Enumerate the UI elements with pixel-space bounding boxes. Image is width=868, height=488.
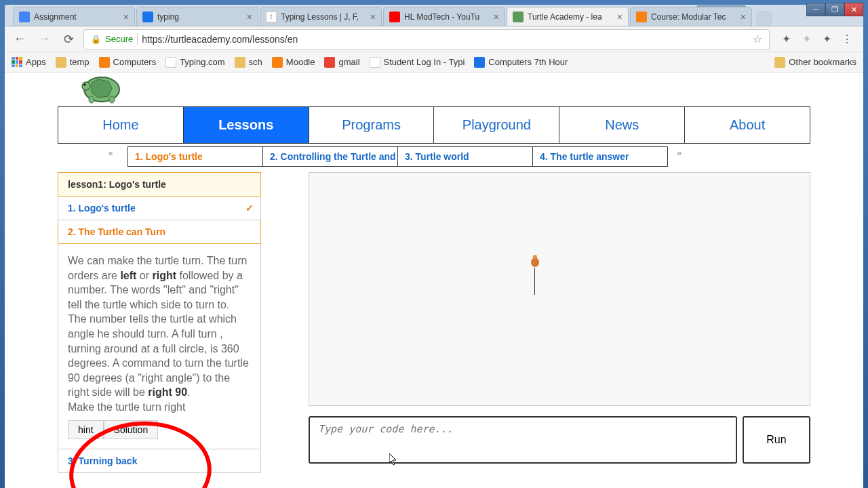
secure-label: Secure xyxy=(105,34,133,44)
browser-tab[interactable]: tTyping Lessons | J, F,× xyxy=(260,7,382,26)
tab-title: HL ModTech - YouTu xyxy=(404,12,491,22)
nav-about[interactable]: About xyxy=(685,107,810,143)
nav-playground[interactable]: Playground xyxy=(434,107,559,143)
bookmarks-bar: Apps temp Computers Typing.com sch Moodl… xyxy=(5,52,863,73)
tab-title: Assignment xyxy=(34,12,121,22)
extension-icon[interactable]: ✦ xyxy=(820,33,833,46)
main-nav: Home Lessons Programs Playground News Ab… xyxy=(58,106,810,144)
tab-close-icon[interactable]: × xyxy=(494,12,499,22)
bookmark-item[interactable]: Moodle xyxy=(272,57,315,68)
step-item[interactable]: 3. Turning back xyxy=(58,449,261,473)
turtle-canvas[interactable] xyxy=(309,172,810,406)
window-minimize-button[interactable]: ─ xyxy=(806,3,825,16)
favicon-icon: t xyxy=(266,12,277,22)
turtle-trail xyxy=(534,268,535,295)
folder-icon xyxy=(774,57,785,68)
folder-icon xyxy=(56,57,66,68)
run-button[interactable]: Run xyxy=(743,416,810,464)
bookmark-item[interactable]: temp xyxy=(56,57,90,68)
tab-close-icon[interactable]: × xyxy=(617,12,623,22)
other-bookmarks[interactable]: Other bookmarks xyxy=(774,57,856,68)
bookmark-item[interactable]: gmail xyxy=(324,57,359,68)
omnibox[interactable]: 🔒 Secure https://turtleacademy.com/lesso… xyxy=(83,29,770,49)
apps-button[interactable]: Apps xyxy=(12,57,46,68)
tab-title: Turtle Academy - lea xyxy=(528,12,614,22)
tab-close-icon[interactable]: × xyxy=(247,12,252,22)
browser-tab[interactable]: typing× xyxy=(136,7,258,26)
forward-button[interactable]: → xyxy=(35,30,54,49)
step-item-active[interactable]: 2. The Turtle can Turn xyxy=(58,220,261,244)
browser-tab[interactable]: Assignment× xyxy=(13,7,135,26)
lesson-prev-icon[interactable]: « xyxy=(108,148,113,158)
tab-title: typing xyxy=(157,12,244,22)
lock-icon: 🔒 xyxy=(91,35,101,44)
favicon-icon xyxy=(142,12,153,22)
apps-grid-icon xyxy=(12,57,22,68)
browser-tab[interactable]: HL ModTech - YouTu× xyxy=(383,7,505,26)
back-button[interactable]: ← xyxy=(10,30,29,49)
svg-point-5 xyxy=(531,258,539,267)
svg-point-3 xyxy=(89,96,94,103)
favicon-icon xyxy=(272,57,283,68)
svg-point-2 xyxy=(84,84,86,86)
hint-button[interactable]: hint xyxy=(68,420,104,439)
tab-title: Course: Modular Tec xyxy=(651,12,738,22)
bookmark-item[interactable]: Student Log In - Typi xyxy=(370,57,465,68)
chrome-menu-icon[interactable]: ⋮ xyxy=(840,33,854,46)
nav-programs[interactable]: Programs xyxy=(309,107,435,143)
apps-label: Apps xyxy=(26,57,46,67)
favicon-icon xyxy=(370,57,380,68)
favicon-icon xyxy=(513,12,524,22)
lesson-tab[interactable]: 3. Turtle world xyxy=(397,146,533,167)
tab-close-icon[interactable]: × xyxy=(741,12,746,22)
favicon-icon xyxy=(474,57,485,68)
turtle-logo-icon xyxy=(78,73,125,106)
lesson-tab[interactable]: 2. Controlling the Turtle and Pen xyxy=(262,146,398,167)
extension-icon[interactable]: ✦ xyxy=(800,33,813,46)
solution-button[interactable]: Solution xyxy=(104,420,159,439)
window-maximize-button[interactable]: ❐ xyxy=(825,3,844,16)
tab-title: Typing Lessons | J, F, xyxy=(281,12,368,22)
bookmark-star-icon[interactable]: ☆ xyxy=(753,33,762,45)
url-text: https://turtleacademy.com/lessons/en xyxy=(142,34,298,45)
favicon-icon xyxy=(99,57,110,68)
lesson-tab[interactable]: 1. Logo's turtle xyxy=(127,146,263,167)
favicon-icon xyxy=(19,12,30,22)
favicon-icon xyxy=(324,57,335,68)
step-item[interactable]: 1. Logo's turtle xyxy=(58,197,261,220)
code-input[interactable] xyxy=(309,416,737,464)
divider xyxy=(137,33,138,45)
bookmark-item[interactable]: sch xyxy=(235,57,262,68)
reload-button[interactable]: ⟳ xyxy=(59,30,78,49)
extension-icon[interactable]: ✦ xyxy=(779,33,793,46)
folder-icon xyxy=(235,57,245,68)
bookmark-item[interactable]: Computers 7th Hour xyxy=(474,57,568,68)
lesson-tab[interactable]: 4. The turtle answer xyxy=(532,146,668,167)
favicon-icon xyxy=(389,12,400,22)
favicon-icon xyxy=(636,12,647,22)
browser-tab[interactable]: Course: Modular Tec× xyxy=(630,7,752,26)
lesson-panel: lesson1: Logo's turtle 1. Logo's turtle … xyxy=(58,172,261,473)
browser-tab[interactable]: Turtle Academy - lea× xyxy=(507,7,629,26)
nav-news[interactable]: News xyxy=(559,107,685,143)
address-bar: ← → ⟳ 🔒 Secure https://turtleacademy.com… xyxy=(5,26,863,52)
tab-close-icon[interactable]: × xyxy=(370,12,376,22)
nav-lessons[interactable]: Lessons xyxy=(184,107,309,143)
turtle-sprite-icon xyxy=(530,254,540,268)
svg-point-4 xyxy=(109,96,115,103)
lesson-next-icon[interactable]: » xyxy=(677,148,682,158)
tab-strip: Assignment× typing× tTyping Lessons | J,… xyxy=(5,5,863,26)
lesson-tabs: « 1. Logo's turtle 2. Controlling the Tu… xyxy=(58,146,810,167)
tab-close-icon[interactable]: × xyxy=(123,12,129,22)
bookmark-item[interactable]: Computers xyxy=(99,57,157,68)
svg-point-6 xyxy=(533,255,537,259)
step-content: We can make the turtle turn. The turn or… xyxy=(58,244,261,449)
window-close-button[interactable]: ✕ xyxy=(844,3,863,16)
svg-point-1 xyxy=(82,82,90,90)
bookmark-item[interactable]: Typing.com xyxy=(165,57,224,68)
lesson-header: lesson1: Logo's turtle xyxy=(58,172,261,197)
new-tab-button[interactable] xyxy=(756,11,772,26)
favicon-icon xyxy=(165,57,176,68)
nav-home[interactable]: Home xyxy=(58,107,184,143)
